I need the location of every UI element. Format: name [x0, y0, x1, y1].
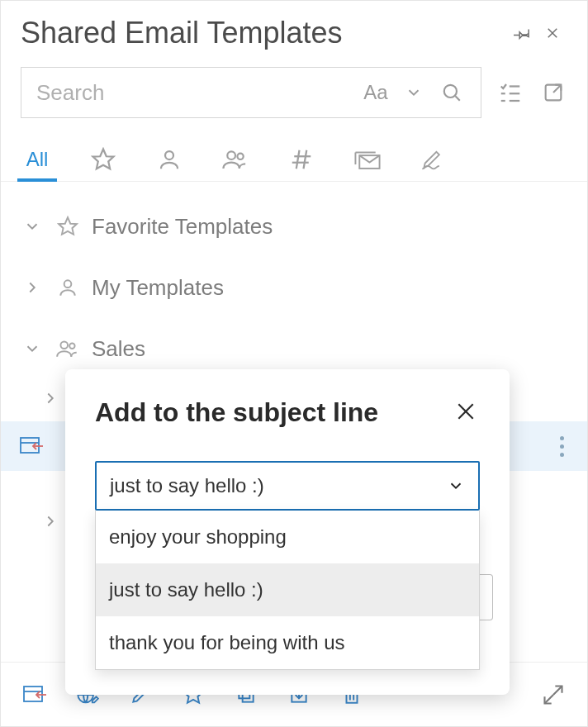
add-subject-dialog: Add to the subject line just to say hell… — [65, 369, 510, 695]
combobox-option[interactable]: just to say hello :) — [96, 563, 479, 616]
search-row: Aa — [1, 59, 587, 126]
search-options-dropdown[interactable] — [400, 78, 428, 107]
svg-rect-29 — [24, 687, 42, 701]
star-icon — [55, 216, 80, 237]
row-more-menu[interactable] — [551, 430, 572, 463]
insert-template-icon — [22, 684, 47, 706]
checklist-icon — [498, 80, 523, 105]
insert-template-icon — [19, 435, 44, 457]
app-pane: Shared Email Templates Aa — [0, 0, 588, 727]
star-icon — [91, 147, 116, 172]
expand-toggle[interactable] — [21, 217, 44, 235]
expand-toggle[interactable] — [39, 389, 62, 407]
node-label: Sales — [92, 336, 145, 362]
svg-point-22 — [60, 341, 68, 349]
svg-line-3 — [455, 96, 459, 100]
chevron-down-icon — [405, 83, 423, 102]
node-my-templates[interactable]: My Templates — [1, 261, 587, 314]
svg-line-44 — [545, 695, 554, 704]
external-link-icon — [542, 81, 565, 104]
svg-marker-11 — [93, 150, 114, 169]
expand-toggle[interactable] — [21, 340, 44, 358]
search-button[interactable] — [438, 78, 466, 107]
close-icon — [455, 401, 477, 422]
chevron-down-icon — [447, 477, 465, 495]
tab-mail[interactable] — [351, 138, 384, 181]
pin-button[interactable] — [508, 18, 538, 48]
match-case-button[interactable]: Aa — [362, 78, 390, 107]
match-case-label: Aa — [363, 81, 387, 104]
expand-toggle[interactable] — [21, 278, 44, 297]
people-icon — [221, 147, 249, 172]
app-title: Shared Email Templates — [21, 16, 508, 50]
tab-favorites[interactable] — [87, 138, 120, 181]
subject-combobox[interactable]: just to say hello :) — [95, 461, 480, 511]
header: Shared Email Templates — [1, 1, 587, 59]
search-input[interactable] — [36, 80, 352, 106]
close-icon — [545, 26, 560, 40]
svg-point-13 — [227, 151, 235, 159]
node-sales[interactable]: Sales — [1, 322, 587, 375]
svg-line-43 — [553, 686, 562, 695]
dialog-header: Add to the subject line — [95, 397, 480, 428]
tab-all[interactable]: All — [21, 138, 54, 181]
expand-icon — [542, 683, 565, 706]
svg-point-21 — [64, 280, 72, 287]
checklist-button[interactable] — [496, 78, 524, 107]
chevron-right-icon — [41, 512, 59, 530]
person-icon — [55, 277, 80, 298]
option-label: thank you for being with us — [109, 631, 345, 654]
tab-tags[interactable] — [285, 138, 318, 181]
person-icon — [157, 147, 182, 172]
combobox-value: just to say hello :) — [110, 474, 264, 497]
node-label: My Templates — [92, 275, 224, 301]
svg-line-10 — [553, 85, 561, 93]
tab-team[interactable] — [219, 138, 252, 181]
tab-personal[interactable] — [153, 138, 186, 181]
svg-point-23 — [69, 344, 74, 349]
search-icon — [441, 82, 462, 103]
svg-line-18 — [304, 150, 307, 169]
people-icon — [55, 338, 80, 359]
option-label: enjoy your shopping — [109, 525, 287, 549]
svg-point-12 — [165, 151, 173, 159]
chevron-right-icon — [23, 278, 41, 297]
chevron-down-icon — [23, 340, 41, 358]
node-favorite-templates[interactable]: Favorite Templates — [1, 200, 587, 253]
svg-point-2 — [444, 85, 457, 97]
tab-signatures[interactable] — [417, 138, 450, 181]
pen-edit-icon — [420, 147, 447, 172]
expand-button[interactable] — [539, 681, 567, 709]
expand-toggle[interactable] — [39, 512, 62, 530]
search-box[interactable]: Aa — [21, 67, 481, 118]
dialog-title: Add to the subject line — [95, 397, 378, 428]
chevron-right-icon — [41, 389, 59, 407]
close-pane-button[interactable] — [538, 18, 567, 48]
tab-all-label: All — [26, 148, 49, 171]
open-external-button[interactable] — [539, 78, 567, 107]
node-label: Favorite Templates — [92, 214, 273, 240]
svg-rect-24 — [21, 438, 39, 453]
mail-stack-icon — [353, 147, 382, 172]
insert-button[interactable] — [21, 681, 49, 709]
dialog-close-button[interactable] — [452, 397, 480, 425]
chevron-down-icon — [23, 217, 41, 235]
combobox-option[interactable]: thank you for being with us — [96, 616, 479, 669]
filter-tabs: All — [1, 126, 587, 182]
combobox-option[interactable]: enjoy your shopping — [96, 511, 479, 563]
hash-icon — [289, 147, 314, 172]
combobox-listbox: enjoy your shopping just to say hello :)… — [95, 511, 480, 670]
svg-point-14 — [237, 154, 243, 159]
svg-line-17 — [296, 150, 300, 169]
pin-icon — [514, 24, 532, 42]
svg-marker-20 — [59, 217, 77, 235]
option-label: just to say hello :) — [109, 578, 263, 601]
